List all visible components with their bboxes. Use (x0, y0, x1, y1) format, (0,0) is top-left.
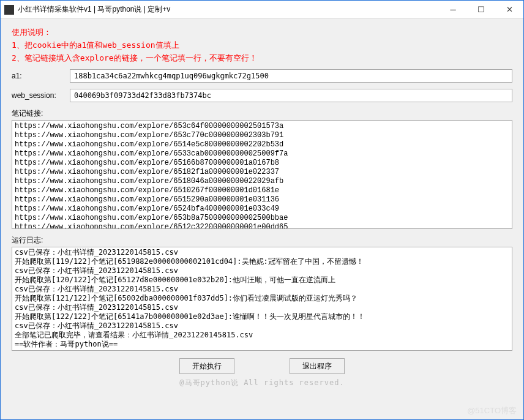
a1-row: a1: (12, 69, 512, 83)
button-row: 开始执行 退出程序 (12, 356, 512, 378)
a1-label: a1: (12, 72, 70, 80)
web-session-label: web_session: (12, 91, 70, 100)
window-title: 小红书详情采集软件v1 | 马哥python说 | 定制+v (18, 4, 439, 15)
a1-input[interactable] (70, 69, 512, 83)
links-textarea[interactable] (12, 120, 512, 229)
log-label: 运行日志: (12, 235, 512, 246)
instructions-heading: 使用说明： (12, 26, 512, 39)
watermark: @51CTO博客 (467, 405, 517, 416)
web-session-row: web_session: (12, 89, 512, 102)
minimize-button[interactable]: ─ (439, 1, 467, 19)
start-button[interactable]: 开始执行 (179, 358, 234, 374)
maximize-button[interactable]: ☐ (467, 1, 495, 19)
exit-button[interactable]: 退出程序 (290, 358, 345, 374)
window-controls: ─ ☐ ✕ (439, 1, 523, 19)
close-button[interactable]: ✕ (495, 1, 523, 19)
footer-text: @马哥python说 All rights reserved. (12, 378, 512, 391)
links-label: 笔记链接: (12, 108, 512, 119)
log-textarea[interactable] (12, 247, 512, 351)
web-session-input[interactable] (70, 89, 512, 102)
content-area: 使用说明： 1、把cookie中的a1值和web_session值填上 2、笔记… (1, 19, 523, 419)
titlebar: 小红书详情采集软件v1 | 马哥python说 | 定制+v ─ ☐ ✕ (1, 1, 523, 19)
instructions-block: 使用说明： 1、把cookie中的a1值和web_session值填上 2、笔记… (12, 26, 512, 64)
app-window: 小红书详情采集软件v1 | 马哥python说 | 定制+v ─ ☐ ✕ 使用说… (0, 0, 524, 420)
instructions-line2: 2、笔记链接填入含explore的链接，一个笔记填一行，不要有空行！ (12, 52, 512, 65)
app-icon (4, 5, 14, 15)
instructions-line1: 1、把cookie中的a1值和web_session值填上 (12, 39, 512, 52)
